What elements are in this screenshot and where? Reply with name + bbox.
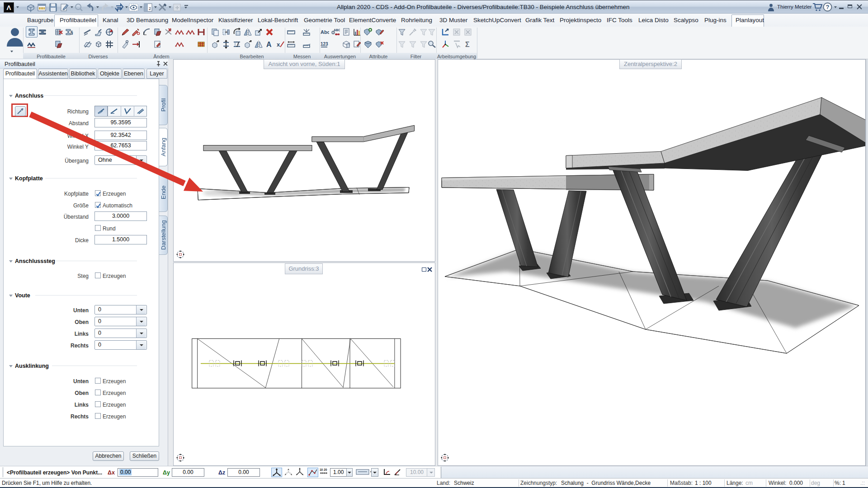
svg-text:10 20: 10 20: [320, 468, 327, 471]
svg-text:2: 2: [149, 6, 151, 11]
svg-text:?: ?: [826, 4, 830, 10]
